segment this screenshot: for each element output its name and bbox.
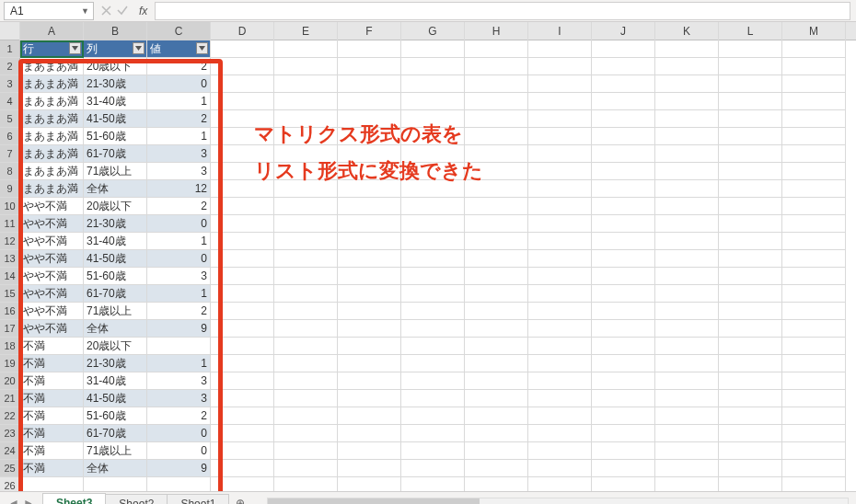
cell[interactable]	[401, 460, 465, 477]
cell[interactable]	[211, 442, 274, 460]
cell[interactable]	[655, 58, 719, 75]
cell[interactable]	[211, 58, 274, 75]
cell[interactable]	[719, 233, 782, 250]
cell[interactable]	[401, 40, 465, 58]
table-row-col1[interactable]: 不満	[20, 338, 84, 355]
cell[interactable]	[655, 215, 719, 233]
cell[interactable]	[211, 268, 274, 285]
cell[interactable]	[274, 110, 338, 128]
table-row-value[interactable]: 0	[147, 442, 211, 460]
cell[interactable]	[782, 40, 846, 58]
column-header-E[interactable]: E	[274, 22, 338, 40]
cell[interactable]	[465, 128, 528, 145]
cell[interactable]	[528, 425, 592, 442]
table-row-col2[interactable]: 31-40歳	[84, 93, 147, 110]
cell[interactable]	[592, 233, 655, 250]
cell[interactable]	[465, 180, 528, 198]
cell[interactable]	[719, 75, 782, 93]
table-row-col2[interactable]: 31-40歳	[84, 233, 147, 250]
cell[interactable]	[465, 338, 528, 355]
filter-dropdown-icon[interactable]	[196, 42, 208, 54]
cell[interactable]	[782, 163, 846, 180]
cell[interactable]	[401, 145, 465, 163]
cell[interactable]	[655, 233, 719, 250]
cell[interactable]: 値	[147, 40, 211, 58]
cell[interactable]	[528, 40, 592, 58]
column-header-L[interactable]: L	[719, 22, 782, 40]
cell[interactable]	[274, 390, 338, 407]
table-row-col1[interactable]: まあまあ満	[20, 163, 84, 180]
cell[interactable]	[274, 180, 338, 198]
column-header-H[interactable]: H	[465, 22, 528, 40]
cell[interactable]	[528, 110, 592, 128]
cell[interactable]	[655, 93, 719, 110]
cell[interactable]	[719, 58, 782, 75]
cell[interactable]	[528, 215, 592, 233]
cell[interactable]	[211, 250, 274, 268]
cell[interactable]	[782, 145, 846, 163]
cell[interactable]	[211, 233, 274, 250]
cell[interactable]	[338, 198, 401, 215]
cell[interactable]	[782, 303, 846, 320]
table-row-value[interactable]: 2	[147, 407, 211, 425]
cell[interactable]	[782, 320, 846, 338]
cell[interactable]	[401, 425, 465, 442]
row-header-10[interactable]: 10	[0, 198, 20, 215]
cell[interactable]	[211, 215, 274, 233]
cell[interactable]	[211, 40, 274, 58]
cell[interactable]	[655, 163, 719, 180]
cell[interactable]	[338, 215, 401, 233]
cell[interactable]	[274, 93, 338, 110]
table-row-col1[interactable]: やや不満	[20, 303, 84, 320]
cell[interactable]	[338, 477, 401, 491]
cell[interactable]	[465, 40, 528, 58]
table-row-value[interactable]: 9	[147, 460, 211, 477]
cell[interactable]	[401, 355, 465, 372]
cell[interactable]	[592, 477, 655, 491]
cell[interactable]	[211, 303, 274, 320]
table-row-value[interactable]: 2	[147, 303, 211, 320]
cell[interactable]	[655, 75, 719, 93]
table-row-value[interactable]: 1	[147, 285, 211, 303]
cell[interactable]	[401, 268, 465, 285]
cell[interactable]	[719, 372, 782, 390]
cell[interactable]	[211, 338, 274, 355]
cell[interactable]	[338, 128, 401, 145]
column-header-C[interactable]: C	[147, 22, 211, 40]
cell[interactable]	[274, 425, 338, 442]
cell-grid[interactable]: 1行列値2まあまあ満20歳以下23まあまあ満21-30歳04まあまあ満31-40…	[0, 40, 856, 491]
cell[interactable]	[401, 163, 465, 180]
row-header-4[interactable]: 4	[0, 93, 20, 110]
row-header-20[interactable]: 20	[0, 372, 20, 390]
row-header-12[interactable]: 12	[0, 233, 20, 250]
row-header-9[interactable]: 9	[0, 180, 20, 198]
cell[interactable]	[211, 163, 274, 180]
table-row-value[interactable]: 1	[147, 355, 211, 372]
cell[interactable]	[655, 372, 719, 390]
cell[interactable]	[719, 110, 782, 128]
row-header-14[interactable]: 14	[0, 268, 20, 285]
row-header-8[interactable]: 8	[0, 163, 20, 180]
cell[interactable]	[528, 58, 592, 75]
cell[interactable]	[592, 58, 655, 75]
table-row-col2[interactable]: 全体	[84, 180, 147, 198]
table-row-value[interactable]: 3	[147, 145, 211, 163]
cell[interactable]	[274, 407, 338, 425]
cell[interactable]	[274, 198, 338, 215]
cell[interactable]	[465, 93, 528, 110]
cell[interactable]	[719, 477, 782, 491]
table-row-value[interactable]	[147, 338, 211, 355]
table-row-col2[interactable]: 21-30歳	[84, 215, 147, 233]
cell[interactable]	[719, 40, 782, 58]
cell[interactable]	[465, 215, 528, 233]
horizontal-scrollbar[interactable]	[267, 498, 849, 505]
cell[interactable]	[338, 58, 401, 75]
cell[interactable]	[211, 407, 274, 425]
cell[interactable]	[592, 355, 655, 372]
cell[interactable]	[655, 198, 719, 215]
table-row-col2[interactable]: 51-60歳	[84, 268, 147, 285]
name-box[interactable]: A1 ▼	[4, 2, 94, 20]
cell[interactable]	[719, 407, 782, 425]
cell[interactable]	[592, 372, 655, 390]
table-row-value[interactable]: 2	[147, 58, 211, 75]
